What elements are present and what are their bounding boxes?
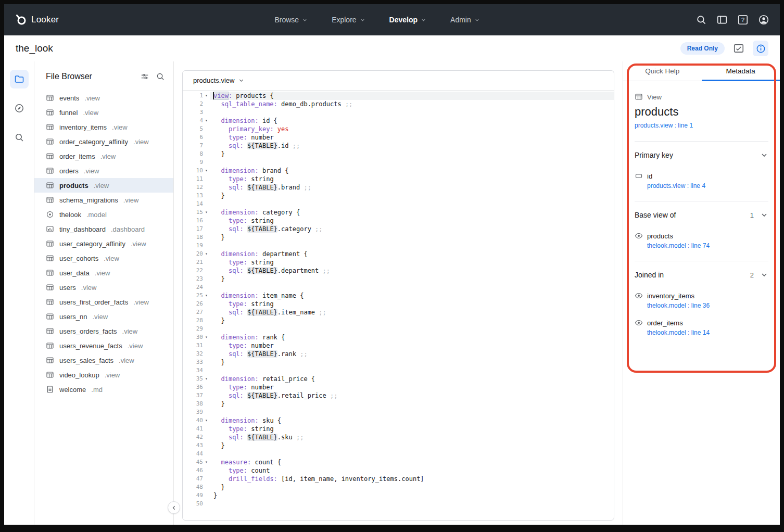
collapse-sidebar-button[interactable]: [168, 501, 180, 514]
line-number: 28: [196, 316, 203, 325]
code-text: type: string: [210, 175, 614, 183]
file-row[interactable]: users_nn.view: [34, 309, 173, 324]
fold-toggle-icon[interactable]: ▾: [203, 92, 210, 100]
tab-metadata[interactable]: Metadata: [702, 61, 780, 81]
file-row[interactable]: users_first_order_facts.view: [34, 295, 173, 309]
menu-browse[interactable]: Browse: [274, 16, 308, 24]
fold-toggle-icon[interactable]: ▾: [203, 250, 210, 258]
file-extension: .view: [105, 371, 120, 379]
editor-tab-products-view[interactable]: products.view: [193, 77, 234, 84]
source-link[interactable]: products.view : line 4: [647, 182, 768, 189]
fold-toggle-icon[interactable]: ▾: [203, 375, 210, 383]
account-icon[interactable]: [758, 14, 769, 26]
gutter: 26: [183, 300, 210, 308]
file-row[interactable]: order_category_affinity.view: [34, 134, 173, 149]
file-row[interactable]: users.view: [34, 280, 173, 295]
editor-tabbar: products.view: [183, 71, 614, 91]
line-number: 1: [199, 92, 203, 100]
file-row[interactable]: order_items.view: [34, 149, 173, 163]
lookml-validator-icon[interactable]: [733, 43, 744, 54]
line-number: 42: [196, 433, 203, 441]
file-row[interactable]: users_revenue_facts.view: [34, 338, 173, 353]
line-number: 35: [196, 375, 203, 383]
looker-home-link[interactable]: Looker: [15, 14, 59, 26]
table-icon: [46, 312, 54, 321]
menu-develop[interactable]: Develop: [389, 16, 426, 24]
fold-toggle-icon[interactable]: ▾: [203, 117, 210, 125]
code-line: 8 }: [183, 150, 614, 158]
table-icon: [46, 298, 54, 306]
source-link[interactable]: thelook.model : line 36: [647, 302, 768, 309]
code-line: 7 sql: ${TABLE}.id ;;: [183, 142, 614, 150]
compass-icon: [14, 103, 24, 113]
window-icon[interactable]: [716, 14, 728, 26]
object-browser-button[interactable]: [10, 99, 29, 118]
file-row[interactable]: thelook.model: [34, 207, 173, 222]
info-icon[interactable]: [753, 41, 768, 56]
code-line: 35▾ dimension: retail_price {: [183, 375, 614, 383]
fold-toggle-icon[interactable]: ▾: [203, 292, 210, 300]
file-row[interactable]: schema_migrations.view: [34, 193, 173, 207]
line-number: 20: [196, 250, 203, 258]
file-row[interactable]: events.view: [34, 91, 173, 105]
chevron-down-icon: [760, 271, 768, 279]
file-extension: .view: [84, 167, 99, 175]
source-link[interactable]: thelook.model : line 14: [647, 329, 768, 336]
file-browser-header: File Browser: [34, 61, 173, 85]
source-link[interactable]: products.view : line 1: [635, 122, 693, 129]
gutter: 25▾: [183, 292, 210, 300]
gutter: 19: [183, 242, 210, 250]
search-icon[interactable]: [156, 72, 165, 81]
fold-toggle-icon[interactable]: ▾: [203, 208, 210, 217]
file-extension: .view: [100, 153, 116, 160]
section-header-primary-key[interactable]: Primary key: [635, 143, 768, 168]
read-only-badge[interactable]: Read Only: [680, 42, 725, 55]
section-header-base-view-of[interactable]: Base view of1: [635, 202, 768, 227]
file-row[interactable]: video_lookup.view: [34, 368, 173, 382]
fold-toggle-icon[interactable]: ▾: [203, 416, 210, 425]
file-row[interactable]: inventory_items.view: [34, 120, 173, 134]
file-extension: .view: [92, 313, 108, 321]
menu-admin[interactable]: Admin: [450, 16, 480, 24]
file-row[interactable]: orders.view: [34, 163, 173, 178]
fold-toggle-icon[interactable]: ▾: [203, 458, 210, 466]
file-row[interactable]: products.view: [34, 178, 173, 193]
file-row[interactable]: welcome.md: [34, 382, 173, 397]
chevron-left-icon: [171, 504, 178, 511]
code-text: sql: ${TABLE}.rank ;;: [210, 350, 614, 358]
code-line: 10▾ dimension: brand {: [183, 167, 614, 175]
gutter: 24: [183, 283, 210, 292]
gutter: 45▾: [183, 458, 210, 466]
metadata-item: productsthelook.model : line 74: [635, 232, 768, 249]
file-row[interactable]: user_category_affinity.view: [34, 236, 173, 251]
fold-toggle-icon[interactable]: ▾: [203, 167, 210, 175]
menu-explore[interactable]: Explore: [332, 16, 365, 24]
line-number: 50: [196, 500, 203, 508]
gutter: 21: [183, 258, 210, 267]
find-and-replace-button[interactable]: [10, 128, 29, 147]
section-header-joined-in[interactable]: Joined in2: [635, 262, 768, 287]
file-row[interactable]: users_orders_facts.view: [34, 324, 173, 338]
file-row[interactable]: funnel.view: [34, 105, 173, 120]
search-icon[interactable]: [696, 14, 707, 26]
code-text: sql: ${TABLE}.category ;;: [210, 225, 614, 233]
file-row[interactable]: users_sales_facts.view: [34, 353, 173, 368]
gutter: 18: [183, 233, 210, 242]
main-menu: BrowseExploreDevelopAdmin: [274, 16, 479, 24]
file-row[interactable]: user_cohorts.view: [34, 251, 173, 265]
file-row[interactable]: tiny_dashboard.dashboard: [34, 222, 173, 236]
metadata-section-base-view-of: Base view of1productsthelook.model : lin…: [635, 201, 768, 249]
code-pane[interactable]: 1▾view: products {2 sql_table_name: demo…: [183, 91, 614, 520]
code-line: 23 }: [183, 275, 614, 283]
filter-icon[interactable]: [140, 72, 149, 81]
code-text: type: string: [210, 425, 614, 433]
help-icon[interactable]: ?: [737, 14, 749, 26]
fold-toggle-icon[interactable]: ▾: [203, 333, 210, 341]
tab-quick-help[interactable]: Quick Help: [623, 61, 702, 81]
chevron-down-icon[interactable]: [238, 77, 245, 84]
source-link[interactable]: thelook.model : line 74: [647, 242, 768, 249]
file-browser-button[interactable]: [10, 70, 29, 88]
code-line: 16 type: string: [183, 217, 614, 225]
file-row[interactable]: user_data.view: [34, 265, 173, 280]
code-line: 47 drill_fields: [id, item_name, invento…: [183, 475, 614, 483]
